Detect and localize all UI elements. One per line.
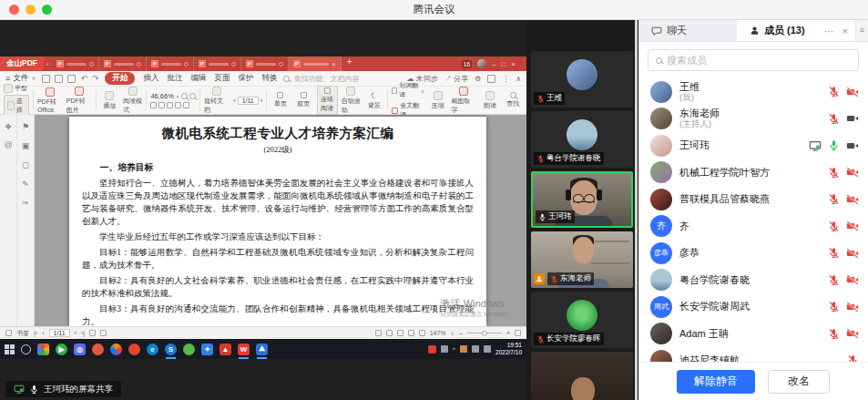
video-tile[interactable]: 东海老师 <box>531 231 633 288</box>
panel-collapse-handle[interactable]: ≡ <box>855 20 868 41</box>
read-aloud-button[interactable]: 朗读 <box>480 91 499 110</box>
print-icon[interactable] <box>67 75 76 83</box>
taskbar-app-icon[interactable] <box>110 344 122 355</box>
find-button[interactable]: 查找 <box>504 92 523 108</box>
taskbar-app-icon[interactable]: ◎ <box>74 344 86 355</box>
page-indicator[interactable]: 1/11 <box>49 329 70 337</box>
mic-muted-icon[interactable] <box>828 247 840 259</box>
taskbar-app-icon[interactable]: ▲ <box>220 344 231 355</box>
continuous-read-button[interactable]: 连续阅读 <box>317 86 338 115</box>
stamp-icon[interactable]: ✑ <box>22 199 29 208</box>
bookmark-icon[interactable]: ⚑ <box>22 122 29 131</box>
video-tile-active-speaker[interactable]: 王珂玮 <box>531 171 633 228</box>
fullscreen-icon[interactable] <box>515 330 521 336</box>
hand-tool[interactable]: 手型 <box>4 84 29 93</box>
status-zoom-value[interactable]: 147% <box>430 330 446 336</box>
mic-muted-icon[interactable] <box>828 301 840 313</box>
ribbon-tab-comment[interactable]: 批注 <box>167 73 182 84</box>
ribbon-tab-convert[interactable]: 转换 <box>261 73 277 84</box>
member-row[interactable]: 机械工程学院叶智方 <box>638 159 868 187</box>
more-menu-icon[interactable]: ⋮ <box>502 75 509 83</box>
taskbar-app-icon[interactable] <box>128 344 140 355</box>
tray-person-icon[interactable] <box>441 345 448 353</box>
brightness-icon[interactable] <box>375 330 382 336</box>
mic-on-icon[interactable] <box>828 139 840 151</box>
next-page-icon[interactable]: › <box>75 330 77 336</box>
mic-muted-icon[interactable] <box>828 193 840 205</box>
prev-page-icon[interactable]: ‹ <box>42 330 44 336</box>
unmute-button[interactable]: 解除静音 <box>677 370 755 394</box>
member-row[interactable]: 迪芬尼李镇航 <box>638 347 868 362</box>
taskbar-wps-icon[interactable]: W <box>238 344 250 355</box>
new-tab-button[interactable]: + <box>342 56 358 71</box>
start-button[interactable] <box>5 344 15 354</box>
thumbnail-icon[interactable]: ▣ <box>22 141 30 150</box>
last-page-icon[interactable]: ›| <box>81 330 85 336</box>
pdf-tab[interactable]: P <box>194 56 241 71</box>
pdf-tab[interactable]: P <box>99 56 147 71</box>
date-badge-icon[interactable]: 16 <box>462 60 472 68</box>
taskbar-app-icon[interactable]: ▶ <box>56 344 67 355</box>
pdf-to-image-button[interactable]: PDF转图片 <box>66 87 92 115</box>
pdf-to-office-button[interactable]: PDF转Office <box>37 87 63 113</box>
taskbar-app-icon[interactable]: ✦ <box>201 344 213 355</box>
tab-members[interactable]: 成员 (13) ⋯ × <box>737 20 855 41</box>
undo-icon[interactable]: ↶ <box>80 74 87 83</box>
mic-muted-icon[interactable] <box>828 113 840 125</box>
rotate-doc-button[interactable]: 旋转文档 <box>204 87 230 115</box>
taskbar-app-icon[interactable]: S <box>165 344 177 355</box>
tray-network-icon[interactable] <box>472 345 479 353</box>
tray-recording-icon[interactable] <box>428 345 436 354</box>
open-icon[interactable] <box>42 75 50 83</box>
layout-icon-2[interactable] <box>397 330 403 336</box>
mic-muted-icon[interactable] <box>828 221 840 232</box>
taskbar-clock[interactable]: 19:51 2022/7/10 <box>495 342 522 356</box>
tray-volume-icon[interactable] <box>484 345 491 353</box>
attachment-icon[interactable]: ✎ <box>22 179 29 189</box>
mic-muted-icon[interactable] <box>828 328 840 340</box>
settings-gear-icon[interactable]: ⚙ <box>475 75 481 83</box>
taskbar-edge-icon[interactable]: e <box>147 344 158 355</box>
tab-close-icon[interactable]: × <box>332 60 336 68</box>
taskbar-app-icon[interactable] <box>37 344 49 355</box>
layout-icon[interactable] <box>386 330 393 336</box>
video-tile[interactable]: 王维 <box>531 51 633 108</box>
auto-scroll-button[interactable]: 自动滚动 <box>342 87 361 115</box>
comment-panel-icon[interactable]: ◻ <box>22 160 28 169</box>
pdf-tab[interactable]: P <box>52 56 99 71</box>
member-row[interactable]: 周武 长安学院谢周武 <box>638 293 868 321</box>
fit-page-icons[interactable] <box>150 102 196 108</box>
taskbar-app-icon[interactable] <box>92 344 104 355</box>
zoom-minus-icon[interactable]: – <box>459 330 463 336</box>
screen-sharing-icon[interactable] <box>809 139 822 152</box>
pdf-app-button[interactable]: 金山PDF <box>0 56 44 71</box>
camera-off-icon[interactable] <box>846 220 859 232</box>
camera-off-icon[interactable] <box>846 327 859 340</box>
tray-folder-icon[interactable] <box>460 345 467 353</box>
member-row[interactable]: 彦恭 彦恭 <box>638 240 868 267</box>
fit-width-icon[interactable] <box>419 330 425 336</box>
toolbar-pager[interactable]: ‹1/11› <box>233 97 262 105</box>
ribbon-tab-home[interactable]: 开始 <box>105 72 135 85</box>
collapse-ribbon-icon[interactable]: ∧ <box>516 75 521 83</box>
mic-muted-icon[interactable] <box>828 167 840 179</box>
zoom-plus-icon[interactable]: + <box>506 330 510 336</box>
save-icon[interactable] <box>55 75 63 83</box>
member-row[interactable]: Adam 王聃 <box>638 321 868 348</box>
cortana-icon[interactable] <box>21 344 31 354</box>
mic-muted-icon[interactable] <box>847 354 859 362</box>
select-tool[interactable]: 选择 <box>4 95 29 117</box>
screen-share-banner[interactable]: 王珂玮的屏幕共享 <box>5 381 121 397</box>
camera-off-icon[interactable] <box>846 247 859 260</box>
tab-chat[interactable]: 聊天 <box>638 20 737 41</box>
zoom-out-icon[interactable] <box>181 93 188 99</box>
first-page-icon[interactable]: |‹ <box>34 330 37 336</box>
pdf-window-controls[interactable]: –□× <box>492 60 521 68</box>
pdf-tab[interactable]: P <box>147 56 194 71</box>
close-panel-icon[interactable]: × <box>842 26 848 36</box>
camera-off-icon[interactable] <box>846 273 859 286</box>
zoom-slider[interactable] <box>467 333 502 333</box>
zoom-in-icon[interactable] <box>189 93 196 99</box>
plugin-icon[interactable]: ❖ <box>5 122 12 131</box>
word-translate-button[interactable]: 划词翻译∨ <box>392 81 424 99</box>
